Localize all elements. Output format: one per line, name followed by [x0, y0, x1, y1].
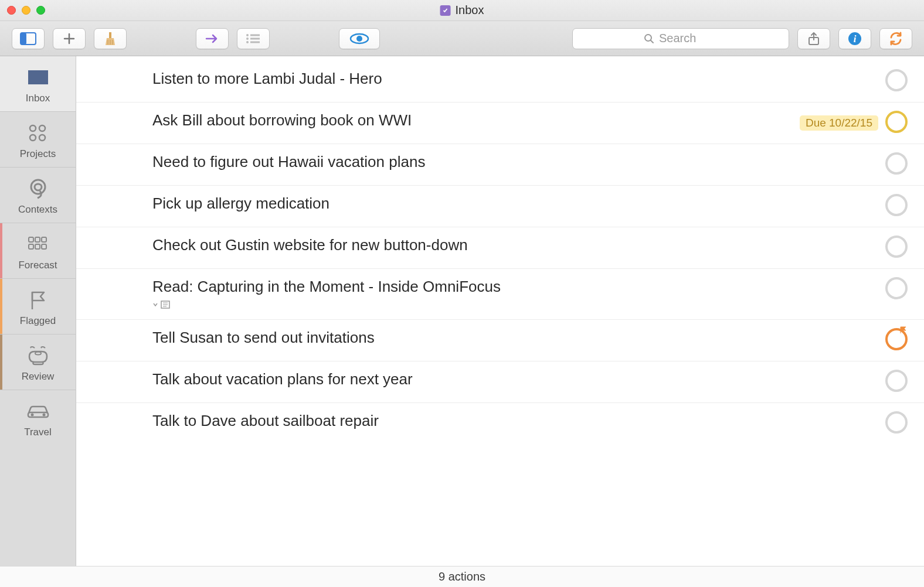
task-row[interactable]: Need to figure out Hawaii vacation plans [76, 144, 924, 186]
sidebar-item-forecast[interactable]: Forecast [0, 223, 76, 279]
sidebar-item-label: Inbox [26, 93, 50, 104]
task-title: Check out Gustin website for new button-… [152, 236, 874, 255]
task-status-circle[interactable] [885, 152, 908, 175]
svg-point-24 [39, 135, 45, 141]
app-icon [440, 5, 451, 16]
task-status-circle[interactable] [885, 111, 908, 133]
task-row[interactable]: Listen to more Lambi Judal - Hero [76, 61, 924, 103]
sidebar-item-travel[interactable]: Travel [0, 390, 76, 445]
svg-point-33 [35, 352, 41, 355]
svg-point-21 [30, 125, 36, 131]
sidebar-item-label: Flagged [20, 315, 56, 327]
sidebar-item-label: Projects [20, 148, 56, 160]
task-row[interactable]: Pick up allergy medication [76, 186, 924, 227]
sidebar: Inbox Projects Contexts Forecast Flagged [0, 56, 76, 566]
sidebar-item-label: Forecast [18, 260, 57, 271]
task-title: Tell Susan to send out invitations [152, 328, 874, 348]
task-status-circle[interactable] [885, 411, 908, 434]
task-status-circle[interactable] [885, 236, 908, 258]
task-title: Talk to Dave about sailboat repair [152, 411, 874, 431]
task-note-indicator[interactable] [152, 301, 874, 309]
svg-point-25 [31, 180, 45, 194]
svg-point-23 [30, 135, 36, 141]
task-title: Listen to more Lambi Judal - Hero [152, 69, 874, 89]
sidebar-item-review[interactable]: Review [0, 335, 76, 390]
review-icon [26, 345, 50, 366]
task-status-circle[interactable] [885, 328, 908, 350]
task-row[interactable]: Talk to Dave about sailboat repair [76, 403, 924, 444]
svg-rect-8 [250, 34, 260, 36]
inbox-icon [26, 67, 50, 88]
svg-rect-12 [250, 41, 260, 43]
svg-text:i: i [854, 33, 857, 45]
task-row[interactable]: Talk about vacation plans for next year [76, 361, 924, 403]
svg-rect-10 [250, 37, 260, 39]
flagged-icon [28, 289, 48, 310]
task-row[interactable]: Read: Capturing in the Moment - Inside O… [76, 269, 924, 320]
search-field[interactable] [572, 28, 789, 49]
search-icon [644, 33, 654, 44]
svg-point-14 [356, 36, 362, 42]
chevron-down-icon [152, 302, 158, 308]
zoom-window-button[interactable] [36, 6, 45, 15]
minimize-window-button[interactable] [22, 6, 30, 15]
quick-open-button[interactable] [196, 28, 229, 49]
travel-icon [26, 401, 50, 422]
task-status-circle[interactable] [885, 370, 908, 392]
sidebar-item-label: Review [22, 371, 55, 383]
sync-button[interactable] [879, 28, 912, 49]
svg-rect-3 [109, 32, 111, 38]
window-title-text: Inbox [456, 4, 484, 17]
svg-point-9 [246, 37, 249, 40]
svg-point-7 [246, 34, 249, 36]
task-title: Ask Bill about borrowing book on WWI [152, 111, 788, 131]
sidebar-item-flagged[interactable]: Flagged [0, 279, 76, 335]
svg-point-11 [246, 41, 249, 43]
task-title: Read: Capturing in the Moment - Inside O… [152, 277, 874, 297]
cleanup-button[interactable] [94, 28, 127, 49]
svg-rect-29 [29, 244, 33, 249]
projects-icon [27, 122, 49, 144]
toolbar: i [0, 21, 924, 56]
sidebar-item-label: Travel [24, 426, 52, 438]
svg-rect-26 [29, 237, 33, 242]
contexts-icon [27, 178, 49, 199]
svg-rect-20 [28, 80, 48, 84]
svg-rect-31 [42, 244, 46, 249]
titlebar: Inbox [0, 0, 924, 21]
svg-line-16 [651, 40, 653, 43]
add-button[interactable] [53, 28, 86, 49]
close-window-button[interactable] [7, 6, 16, 15]
view-button[interactable] [339, 28, 380, 49]
svg-rect-2 [21, 33, 26, 45]
task-row[interactable]: Check out Gustin website for new button-… [76, 227, 924, 269]
window-controls [7, 6, 45, 15]
view-options-button[interactable] [237, 28, 270, 49]
svg-point-35 [30, 414, 33, 417]
svg-rect-27 [35, 237, 40, 242]
task-status-circle[interactable] [885, 69, 908, 91]
task-row[interactable]: Ask Bill about borrowing book on WWI Due… [76, 103, 924, 144]
sidebar-item-contexts[interactable]: Contexts [0, 168, 76, 223]
task-title: Need to figure out Hawaii vacation plans [152, 152, 874, 172]
task-list: Listen to more Lambi Judal - Hero Ask Bi… [76, 56, 924, 566]
task-status-circle[interactable] [885, 277, 908, 299]
svg-rect-28 [42, 237, 46, 242]
sidebar-item-label: Contexts [18, 204, 57, 216]
search-input[interactable] [659, 32, 718, 45]
task-status-circle[interactable] [885, 194, 908, 216]
sidebar-item-projects[interactable]: Projects [0, 112, 76, 168]
svg-rect-30 [35, 244, 40, 249]
note-icon [161, 301, 170, 309]
svg-point-22 [39, 125, 45, 131]
task-title: Pick up allergy medication [152, 194, 874, 214]
toggle-sidebar-button[interactable] [12, 28, 45, 49]
status-bar: 9 actions [0, 566, 924, 587]
forecast-icon [27, 234, 49, 255]
share-button[interactable] [797, 28, 830, 49]
task-title: Talk about vacation plans for next year [152, 370, 874, 390]
sidebar-item-inbox[interactable]: Inbox [0, 56, 76, 112]
task-row[interactable]: Tell Susan to send out invitations [76, 320, 924, 361]
task-due-badge: Due 10/22/15 [800, 115, 878, 131]
inspector-button[interactable]: i [838, 28, 871, 49]
